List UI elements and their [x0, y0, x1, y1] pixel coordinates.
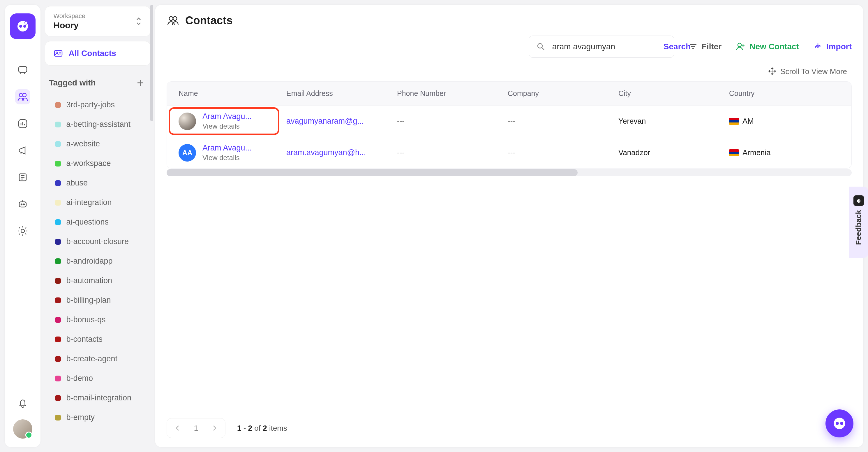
tag-color-dot	[55, 219, 61, 225]
company-cell: ---	[508, 148, 618, 157]
tag-color-dot	[55, 258, 61, 264]
tag-label: 3rd-party-jobs	[66, 100, 115, 109]
tag-color-dot	[55, 415, 61, 421]
svg-rect-4	[19, 66, 27, 72]
pager-prev[interactable]	[171, 421, 184, 435]
col-phone: Phone Number	[397, 89, 508, 98]
tag-label: a-betting-assistant	[66, 120, 130, 129]
megaphone-icon	[17, 145, 29, 156]
tag-item[interactable]: abuse	[52, 174, 150, 192]
svg-point-1	[19, 25, 22, 28]
tag-color-dot	[55, 278, 61, 284]
filter-button[interactable]: Filter	[689, 42, 721, 51]
tag-item[interactable]: ai-questions	[52, 213, 150, 231]
contact-name[interactable]: Aram Avagu...	[203, 112, 252, 121]
nav-notifications[interactable]	[15, 395, 30, 411]
tag-item[interactable]: b-automation	[52, 272, 150, 290]
tag-item[interactable]: 3rd-party-jobs	[52, 96, 150, 114]
search-icon	[536, 42, 545, 51]
tag-color-dot	[55, 395, 61, 401]
country-cell: Armenia	[729, 148, 840, 157]
email-cell[interactable]: avagumyanaram@g...	[286, 117, 397, 126]
view-details-link[interactable]: View details	[203, 122, 252, 130]
main-panel: Contacts Search Filter New Contact Impor…	[155, 5, 863, 447]
tag-item[interactable]: b-demo	[52, 369, 150, 388]
nav-campaigns[interactable]	[15, 143, 30, 158]
pager-next[interactable]	[208, 421, 221, 435]
tag-item[interactable]: ai-integration	[52, 193, 150, 212]
tag-color-dot	[55, 141, 61, 147]
tag-item[interactable]: b-email-integration	[52, 389, 150, 407]
tag-item[interactable]: b-androidapp	[52, 252, 150, 270]
tag-item[interactable]: a-website	[52, 135, 150, 153]
import-icon	[813, 42, 822, 51]
tag-item[interactable]: b-billing-plan	[52, 291, 150, 309]
name-cell[interactable]: AAAram Avagu...View details	[179, 143, 286, 162]
tag-color-dot	[55, 337, 61, 342]
all-contacts-button[interactable]: All Contacts	[45, 41, 150, 65]
nav-reports[interactable]	[15, 116, 30, 131]
contacts-header-icon	[166, 14, 179, 27]
nav-conversations[interactable]	[15, 62, 30, 78]
sidebar: Workspace Hoory All Contacts Tagged with…	[45, 5, 150, 447]
email-cell[interactable]: aram.avagumyan@h...	[286, 148, 397, 157]
nav-help[interactable]	[15, 170, 30, 185]
avatar	[179, 113, 196, 130]
svg-rect-13	[55, 51, 62, 56]
chart-icon	[17, 118, 29, 130]
robot-icon	[17, 198, 29, 210]
svg-point-2	[23, 25, 26, 28]
search-button[interactable]: Search	[663, 42, 691, 51]
pager-info: 1 - 2 of 2 items	[237, 424, 287, 433]
tag-item[interactable]: a-betting-assistant	[52, 115, 150, 134]
search-input[interactable]	[552, 42, 656, 51]
nav-settings[interactable]	[15, 223, 30, 238]
tagged-with-title: Tagged with	[49, 78, 96, 87]
filter-label: Filter	[702, 42, 721, 51]
contact-name[interactable]: Aram Avagu...	[203, 143, 252, 152]
tag-label: b-automation	[66, 276, 112, 285]
nav-ai[interactable]	[15, 197, 30, 212]
tag-color-dot	[55, 200, 61, 205]
tag-item[interactable]: b-contacts	[52, 330, 150, 348]
horizontal-scrollbar[interactable]	[166, 169, 852, 176]
company-cell: ---	[508, 117, 618, 126]
scrollbar-thumb[interactable]	[166, 169, 578, 176]
svg-point-6	[23, 93, 26, 97]
contacts-icon	[17, 91, 29, 103]
tag-item[interactable]: b-create-agent	[52, 350, 150, 368]
import-button[interactable]: Import	[813, 42, 852, 51]
tag-color-dot	[55, 180, 61, 186]
col-email: Email Address	[286, 89, 397, 98]
workspace-name: Hoory	[53, 21, 142, 30]
table-row[interactable]: Aram Avagu...View detailsavagumyanaram@g…	[167, 105, 851, 137]
name-cell[interactable]: Aram Avagu...View details	[179, 112, 286, 130]
feedback-tab[interactable]: Feedback ☻	[849, 187, 868, 258]
tag-label: abuse	[66, 178, 88, 188]
table-row[interactable]: AAAram Avagu...View detailsaram.avagumya…	[167, 137, 851, 168]
sidebar-scrollbar[interactable]	[150, 5, 153, 121]
tag-color-dot	[55, 356, 61, 362]
tag-color-dot	[55, 239, 61, 245]
app-logo[interactable]	[10, 13, 35, 39]
new-contact-button[interactable]: New Contact	[736, 42, 799, 51]
hoory-logo-icon	[16, 19, 30, 33]
nav-contacts[interactable]	[15, 89, 30, 104]
add-tag-button[interactable]	[134, 77, 147, 89]
svg-point-5	[19, 93, 23, 97]
import-label: Import	[826, 42, 852, 51]
phone-cell: ---	[397, 117, 508, 126]
tag-item[interactable]: b-empty	[52, 408, 150, 427]
feedback-emoji-icon: ☻	[854, 195, 864, 206]
chat-fab[interactable]	[826, 409, 854, 437]
tag-label: b-androidapp	[66, 257, 113, 266]
tag-item[interactable]: a-workspace	[52, 154, 150, 173]
workspace-selector[interactable]: Workspace Hoory	[45, 6, 150, 36]
tag-color-dot	[55, 298, 61, 303]
tag-item[interactable]: b-bonus-qs	[52, 311, 150, 329]
tag-item[interactable]: b-account-closure	[52, 232, 150, 251]
current-user-avatar[interactable]	[13, 419, 32, 439]
view-details-link[interactable]: View details	[203, 154, 252, 162]
tag-label: b-bonus-qs	[66, 315, 105, 324]
svg-point-17	[538, 44, 542, 48]
